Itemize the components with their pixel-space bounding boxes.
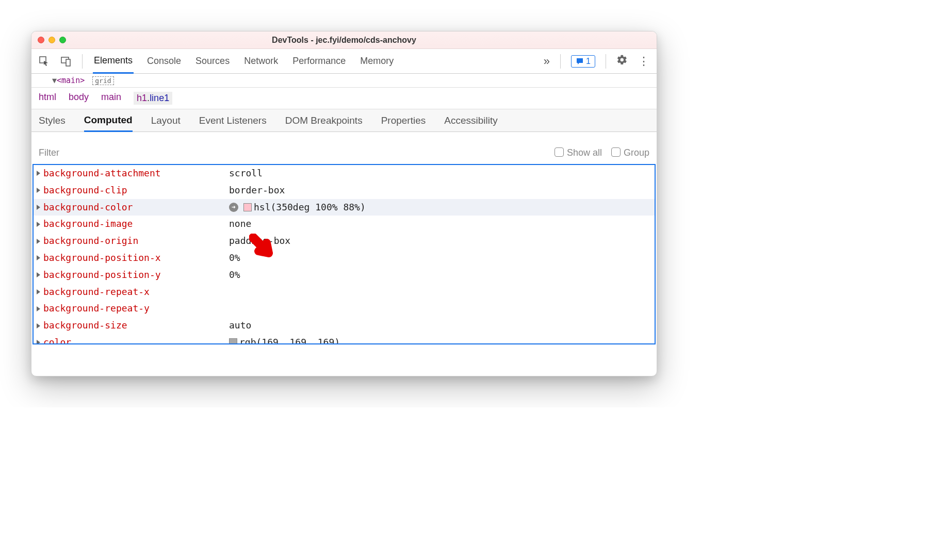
breadcrumb-html[interactable]: html — [39, 92, 56, 105]
breadcrumbs: htmlbodymainh1.line1 — [31, 88, 657, 109]
expand-icon[interactable] — [37, 222, 40, 227]
subtab-styles[interactable]: Styles — [39, 109, 66, 132]
tab-sources[interactable]: Sources — [194, 49, 231, 74]
kebab-icon[interactable]: ⋮ — [638, 55, 649, 68]
subtabs: StylesComputedLayoutEvent ListenersDOM B… — [31, 109, 657, 132]
expand-icon[interactable] — [37, 239, 40, 244]
filter-bar: Filter Show all Group — [31, 141, 657, 164]
divider — [606, 54, 606, 69]
property-value[interactable]: rgb(169, 169, 169) — [229, 335, 340, 344]
expand-icon[interactable] — [37, 306, 40, 311]
tab-elements[interactable]: Elements — [93, 49, 134, 74]
expand-icon[interactable] — [37, 323, 40, 328]
devtools-window: DevTools - jec.fyi/demo/cds-anchovy Elem… — [31, 31, 657, 376]
property-name: background-repeat-x — [43, 285, 229, 300]
breadcrumb-body[interactable]: body — [69, 92, 89, 105]
property-value[interactable]: padding-box — [229, 234, 290, 249]
inspect-icon[interactable] — [39, 56, 50, 67]
property-name: background-color — [43, 200, 229, 215]
property-value[interactable]: border-box — [229, 183, 285, 198]
property-value[interactable]: scroll — [229, 166, 263, 181]
property-name: background-repeat-y — [43, 301, 229, 316]
tab-console[interactable]: Console — [146, 49, 182, 74]
expand-icon[interactable] — [37, 340, 40, 344]
filter-input[interactable]: Filter — [39, 147, 545, 158]
property-value[interactable]: 0% — [229, 251, 240, 266]
expand-icon[interactable] — [37, 171, 40, 176]
device-toggle-icon[interactable] — [60, 56, 72, 67]
close-icon[interactable] — [38, 37, 44, 43]
property-name: background-position-y — [43, 268, 229, 283]
property-row-background-repeat-y[interactable]: background-repeat-y — [34, 300, 655, 317]
titlebar: DevTools - jec.fyi/demo/cds-anchovy — [31, 31, 657, 49]
show-all-checkbox[interactable]: Show all — [554, 147, 602, 158]
property-value[interactable]: none — [229, 217, 251, 232]
issues-badge[interactable]: 1 — [571, 55, 595, 68]
property-name: color — [43, 335, 229, 344]
divider — [82, 54, 83, 69]
color-swatch-icon[interactable] — [229, 338, 237, 344]
property-row-background-position-x[interactable]: background-position-x0% — [34, 250, 655, 267]
property-row-background-position-y[interactable]: background-position-y0% — [34, 267, 655, 284]
subtab-event-listeners[interactable]: Event Listeners — [199, 109, 267, 132]
breadcrumb-h1-line1[interactable]: h1.line1 — [134, 92, 172, 105]
window-title: DevTools - jec.fyi/demo/cds-anchovy — [31, 36, 657, 45]
main-toolbar: ElementsConsoleSourcesNetworkPerformance… — [31, 49, 657, 74]
property-value[interactable]: 0% — [229, 268, 240, 283]
expand-icon[interactable] — [37, 188, 40, 193]
property-row-background-size[interactable]: background-sizeauto — [34, 317, 655, 334]
divider — [560, 54, 561, 69]
expand-icon[interactable] — [37, 272, 40, 277]
property-name: background-size — [43, 318, 229, 333]
property-value[interactable]: ➜hsl(350deg 100% 88%) — [229, 200, 366, 215]
property-value[interactable]: auto — [229, 318, 251, 333]
goto-source-icon[interactable]: ➜ — [229, 203, 238, 212]
property-name: background-image — [43, 217, 229, 232]
property-row-background-clip[interactable]: background-clipborder-box — [34, 182, 655, 199]
property-row-background-origin[interactable]: background-originpadding-box — [34, 233, 655, 250]
subtab-accessibility[interactable]: Accessibility — [444, 109, 497, 132]
property-row-background-repeat-x[interactable]: background-repeat-x — [34, 284, 655, 301]
maximize-icon[interactable] — [59, 37, 66, 43]
computed-properties-panel: background-attachmentscrollbackground-cl… — [32, 164, 656, 344]
main-tabs: ElementsConsoleSourcesNetworkPerformance… — [93, 49, 533, 74]
message-icon — [576, 57, 584, 65]
property-row-background-color[interactable]: background-color➜hsl(350deg 100% 88%) — [34, 199, 655, 216]
group-checkbox[interactable]: Group — [611, 147, 649, 158]
property-name: background-attachment — [43, 166, 229, 181]
color-swatch-icon[interactable] — [243, 203, 252, 211]
settings-icon[interactable] — [616, 54, 628, 69]
svg-rect-2 — [66, 59, 70, 66]
property-row-background-image[interactable]: background-imagenone — [34, 216, 655, 233]
subtab-layout[interactable]: Layout — [151, 109, 181, 132]
subtab-computed[interactable]: Computed — [84, 109, 133, 132]
tab-network[interactable]: Network — [243, 49, 279, 74]
property-name: background-origin — [43, 234, 229, 249]
property-name: background-clip — [43, 183, 229, 198]
property-row-color[interactable]: colorrgb(169, 169, 169) — [34, 334, 655, 344]
expand-icon[interactable] — [37, 289, 40, 294]
more-tabs-icon[interactable]: » — [544, 55, 550, 68]
expand-icon[interactable] — [37, 255, 40, 260]
dom-tree-row[interactable]: ▼<main> grid — [31, 74, 657, 88]
property-row-background-attachment[interactable]: background-attachmentscroll — [34, 165, 655, 182]
grid-badge[interactable]: grid — [92, 76, 113, 85]
tab-memory[interactable]: Memory — [359, 49, 395, 74]
minimize-icon[interactable] — [48, 37, 55, 43]
window-controls — [38, 37, 66, 43]
issues-count: 1 — [586, 57, 591, 66]
property-name: background-position-x — [43, 251, 229, 266]
expand-icon[interactable] — [37, 205, 40, 210]
breadcrumb-main[interactable]: main — [101, 92, 121, 105]
subtab-dom-breakpoints[interactable]: DOM Breakpoints — [285, 109, 363, 132]
subtab-properties[interactable]: Properties — [381, 109, 426, 132]
tab-performance[interactable]: Performance — [291, 49, 347, 74]
